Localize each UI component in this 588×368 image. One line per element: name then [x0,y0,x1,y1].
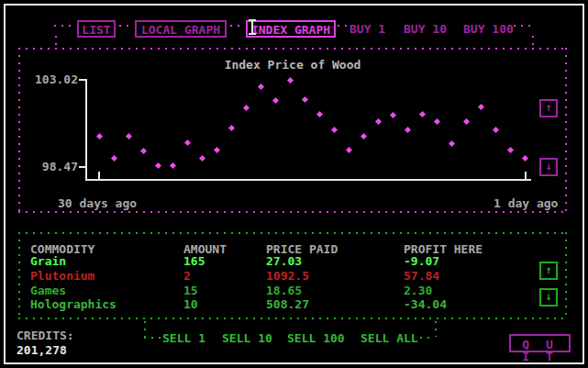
data-point [272,97,279,104]
commodity-name: Plutonium [30,270,94,282]
commodity-profit: -34.04 [404,298,447,310]
commodity-name: Grain [30,255,66,267]
arrow-up-icon: ↑ [545,101,551,114]
text-cursor-icon [251,21,253,33]
table-row[interactable]: Holographics 10 508.27 -34.04 [18,298,567,310]
data-point [449,140,455,147]
data-point [140,148,147,154]
menu-local-graph-label: LOCAL GRAPH [141,23,220,37]
credits-value: 201,278 [17,344,67,356]
dotted-connector [532,36,534,47]
table-scroll-up-button[interactable]: ↑ [539,262,558,280]
menu-index-graph-button[interactable]: INDEX GRAPH [246,20,336,38]
sell-100-button[interactable]: SELL 100 [287,332,345,344]
buy-10-button[interactable]: BUY 10 [404,23,447,35]
credits-label: CREDITS: [17,329,74,341]
buy-100-button[interactable]: BUY 100 [463,23,514,35]
dotted-connector [144,337,161,339]
data-point [434,118,440,125]
dotted-connector [514,25,536,27]
dotted-connector [420,337,435,339]
commodity-amount: 15 [183,284,198,296]
table-row[interactable]: Plutonium 2 1092.5 57.84 [18,270,567,282]
table-scroll-down-button[interactable]: ↓ [539,288,558,307]
dotted-connector [435,321,437,337]
data-point [405,126,411,132]
quit-button[interactable]: Q U I T [509,334,571,352]
commodity-price-paid: 508.27 [266,298,309,310]
menu-list-button[interactable]: LIST [77,20,116,38]
commodity-price-paid: 18.65 [266,284,302,296]
data-point [493,126,499,132]
commodity-amount: 10 [183,298,198,310]
data-point [507,147,514,153]
table-row[interactable]: Grain 165 27.03 -9.07 [18,255,567,267]
commodity-profit: -9.07 [404,255,439,267]
dotted-connector [144,321,146,337]
data-point [361,133,367,139]
graph-scroll-down-button[interactable]: ↓ [539,158,558,176]
commodity-price-paid: 27.03 [266,255,302,267]
data-point [316,111,323,117]
commodity-profit: 2.30 [404,284,432,296]
trading-terminal-screen: LIST LOCAL GRAPH INDEX GRAPH BUY 1 BUY 1… [0,0,588,368]
commodity-amount: 2 [183,270,191,282]
data-point [478,104,484,110]
data-point [331,126,338,132]
menu-list-label: LIST [82,23,110,37]
menu-index-graph-label: INDEX GRAPH [251,23,330,37]
menu-local-graph-button[interactable]: LOCAL GRAPH [135,20,227,38]
data-point [214,147,220,153]
dotted-connector [230,25,243,27]
data-point [522,155,528,162]
data-point [184,139,191,146]
data-point [375,118,382,125]
panel-border [18,318,567,319]
commodity-table-panel: COMMODITY AMOUNT PRICE PAID PROFIT HERE … [18,232,567,319]
sell-all-button[interactable]: SELL ALL [361,332,418,344]
data-point [243,105,250,111]
data-point [346,147,352,153]
quit-label: Q U I T [522,338,557,363]
data-point [419,111,426,117]
plot-points [18,48,567,213]
data-point [228,125,235,131]
arrow-up-icon: ↑ [545,263,551,276]
data-point [126,133,132,139]
arrow-down-icon: ↓ [545,160,551,173]
commodity-price-paid: 1092.5 [266,270,309,282]
panel-border [18,232,567,234]
data-point [199,155,205,162]
commodity-name: Games [30,284,66,296]
data-point [111,155,117,162]
data-point [302,96,308,103]
dotted-connector [338,25,347,27]
table-row[interactable]: Games 15 18.65 2.30 [18,284,567,296]
data-point [258,84,264,90]
sell-1-button[interactable]: SELL 1 [162,332,205,344]
commodity-name: Holographics [30,298,116,310]
sell-10-button[interactable]: SELL 10 [222,332,272,344]
data-point [170,162,176,169]
commodity-profit: 57.84 [404,270,439,282]
dotted-connector [55,36,57,47]
data-point [287,77,294,84]
buy-1-button[interactable]: BUY 1 [349,23,385,35]
dotted-connector [54,25,76,27]
index-graph-panel: Index Price of Wood 103.02 98.47 30 days… [18,48,567,213]
commodity-amount: 165 [183,255,205,267]
arrow-down-icon: ↓ [545,290,551,303]
data-point [390,112,396,118]
dotted-connector [119,25,132,27]
graph-scroll-up-button[interactable]: ↑ [539,99,558,117]
data-point [463,118,470,125]
data-point [96,133,103,139]
data-point [155,162,161,169]
